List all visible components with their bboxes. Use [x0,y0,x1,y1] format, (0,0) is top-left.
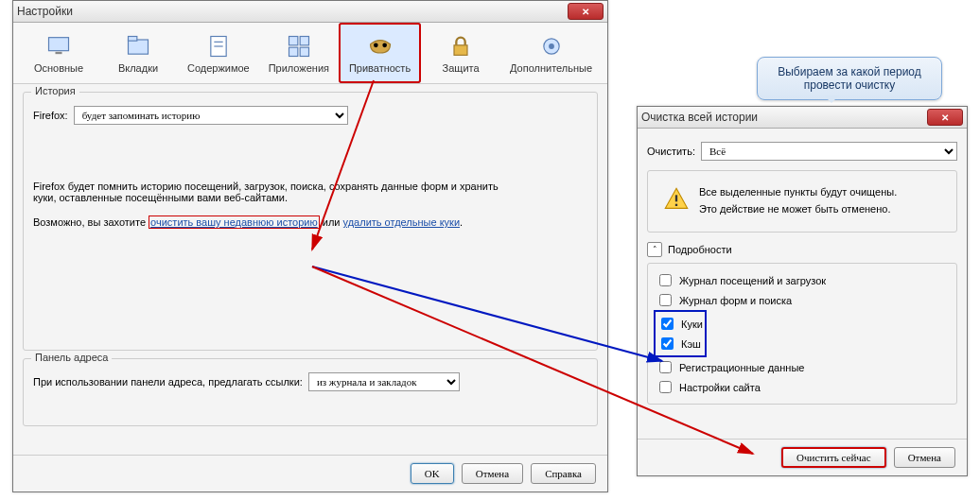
check-label: Настройки сайта [679,382,761,393]
svg-rect-2 [129,40,149,54]
addressbar-group-title: Панель адреса [31,352,112,363]
tab-apps[interactable]: Приложения [259,23,339,83]
close-icon[interactable]: ✕ [927,109,963,126]
check-browsing-history[interactable]: Журнал посещений и загрузок [656,271,949,289]
addressbar-groupbox: Панель адреса При использовании панели а… [23,358,598,426]
details-label: Подробности [668,244,732,255]
settings-titlebar: Настройки ✕ [13,1,607,23]
svg-rect-8 [300,36,308,44]
clear-now-button[interactable]: Очистить сейчас [781,447,886,468]
tab-advanced[interactable]: Дополнительные [500,23,602,83]
details-expander[interactable]: ˄ Подробности [647,242,957,257]
desc-line: Firefox будет помнить историю посещений,… [33,181,499,192]
svg-rect-0 [49,37,69,50]
monitor-icon [45,33,72,60]
check-label: Кэш [681,338,701,350]
svg-rect-9 [289,47,297,56]
clear-titlebar: Очистка всей истории ✕ [638,107,967,129]
svg-rect-13 [454,44,467,55]
tab-label: Приложения [269,62,329,74]
check-cookies[interactable]: Куки [657,315,703,333]
history-description: Firefox будет помнить историю посещений,… [33,181,587,203]
svg-point-15 [549,43,554,49]
mask-icon [367,33,394,60]
tab-general[interactable]: Основные [19,23,98,83]
clear-title: Очистка всей истории [641,111,927,124]
check-label: Журнал форм и поиска [679,295,792,306]
grid-icon [286,33,312,60]
ok-button[interactable]: OK [411,463,454,484]
addressbar-label: При использовании панели адреса, предлаг… [33,376,303,388]
tab-security[interactable]: Защита [421,23,500,83]
svg-rect-1 [56,51,62,53]
text: Возможно, вы захотите [33,216,149,228]
svg-point-11 [374,43,378,47]
firefox-label: Firefox: [33,110,68,121]
tab-label: Защита [443,62,480,74]
check-label: Куки [681,319,703,330]
callout-text: Выбираем за какой период провести очистк… [778,65,921,92]
settings-window: Настройки ✕ Основные Вкладки Содержимое … [12,0,608,492]
folder-icon [125,33,151,60]
clear-button-row: Очистить сейчас Отмена [638,439,967,475]
desc-line: куки, оставленные посещёнными вами веб-с… [33,192,288,203]
text: или [320,216,343,228]
tab-label: Дополнительные [510,62,592,74]
history-group-title: История [31,85,79,96]
tab-label: Содержимое [187,62,250,74]
cancel-button[interactable]: Отмена [462,463,523,484]
help-button[interactable]: Справка [531,463,596,484]
tab-label: Приватность [349,62,411,74]
settings-button-row: OK Отмена Справка [13,455,607,491]
check-label: Журнал посещений и загрузок [679,275,826,286]
tab-tabs[interactable]: Вкладки [98,23,178,83]
check-form-history[interactable]: Журнал форм и поиска [656,291,949,309]
warning-icon [663,186,690,213]
check-logins[interactable]: Регистрационные данные [656,358,949,376]
svg-rect-7 [289,36,297,44]
addressbar-select[interactable]: из журнала и закладок [308,372,460,391]
tab-label: Основные [34,62,83,74]
history-links-line: Возможно, вы захотите очистить вашу неда… [33,216,587,228]
tab-content[interactable]: Содержимое [178,23,259,83]
clear-history-link[interactable]: очистить вашу недавнюю историю [149,216,320,229]
lock-icon [447,33,474,60]
tab-privacy[interactable]: Приватность [339,23,421,83]
text: . [460,216,463,228]
warn-text-2: Это действие не может быть отменено. [699,203,897,215]
history-groupbox: История Firefox: будет запоминать истори… [23,92,598,351]
tab-label: Вкладки [118,62,158,74]
svg-rect-16 [675,195,677,201]
settings-title: Настройки [17,5,568,18]
page-icon [205,33,232,60]
clear-cancel-button[interactable]: Отмена [894,447,955,468]
history-mode-select[interactable]: будет запоминать историю [74,106,348,125]
svg-rect-3 [129,36,137,41]
gear-icon [538,33,565,60]
svg-rect-10 [300,47,308,56]
warn-text-1: Все выделенные пункты будут очищены. [699,186,897,198]
check-cache[interactable]: Кэш [657,335,703,353]
settings-toolbar: Основные Вкладки Содержимое Приложения П… [13,23,607,84]
svg-rect-17 [675,204,677,206]
check-site-settings[interactable]: Настройки сайта [656,378,949,396]
close-icon[interactable]: ✕ [568,3,604,20]
svg-point-12 [382,43,387,47]
warning-box: Все выделенные пункты будут очищены. Это… [657,181,947,220]
instruction-callout: Выбираем за какой период провести очистк… [757,57,942,100]
delete-cookies-link[interactable]: удалить отдельные куки [343,216,460,228]
chevron-up-icon: ˄ [647,242,662,257]
check-label: Регистрационные данные [679,362,804,373]
clear-history-window: Очистка всей истории ✕ Очистить: Всё Все… [637,106,968,476]
clear-period-select[interactable]: Всё [701,142,957,161]
clear-label: Очистить: [647,146,695,157]
